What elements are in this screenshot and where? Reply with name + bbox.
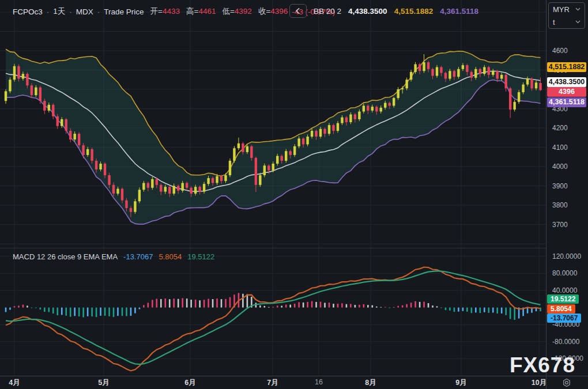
x-axis-label: 6月 (184, 378, 195, 388)
trading-chart-app: FCPOc3 · 1天 · MDX · Trade Price 开=4433 高… (0, 0, 588, 389)
chart-canvas[interactable] (0, 0, 546, 376)
x-axis-label: 9月 (455, 378, 466, 388)
price-axis-tick: 4100 (552, 143, 568, 152)
low-value: 4392 (235, 7, 252, 16)
separator-dot: · (47, 7, 50, 16)
axis-border-horizontal (0, 376, 588, 376)
settings-gear-icon[interactable] (561, 377, 572, 388)
price-axis-tick: 4600 (552, 47, 568, 55)
chart-area[interactable] (0, 0, 546, 376)
macd-hist-badge: -13.7067 (547, 314, 581, 323)
currency-value: MYR (553, 5, 570, 14)
open-value: 4433 (163, 7, 180, 16)
time-scale[interactable]: 4月5月6月7月168月9月10月 (0, 376, 588, 389)
back-button[interactable] (289, 4, 307, 18)
x-axis-label: 5月 (98, 378, 109, 388)
separator-dot: · (69, 7, 72, 16)
bb-legend-bar: BB 20 2 4,438.3500 4,515.1882 4,361.5118 (289, 4, 478, 18)
x-axis-label: 4月 (9, 378, 20, 388)
open-label: 开=4433 (150, 6, 180, 17)
x-axis-label: 10月 (532, 378, 546, 388)
macd-signal-badge: 19.5122 (547, 294, 579, 304)
chevron-down-icon (575, 20, 581, 24)
price-type-label: Trade Price (104, 7, 144, 16)
x-axis-label: 16 (315, 378, 323, 386)
last-price-badge: 4396 (547, 87, 586, 97)
price-axis-tick: 3900 (552, 182, 568, 190)
macd-axis-tick: 120.0000 (552, 252, 581, 260)
macd-hist-value: -13.7067 (123, 252, 153, 261)
high-value: 4461 (198, 7, 216, 16)
chevron-left-icon (294, 7, 302, 15)
macd-legend-bar: MACD 12 26 close 9 EMA EMA -13.7067 5.80… (13, 252, 214, 261)
bb-indicator-title[interactable]: BB 20 2 (314, 7, 341, 16)
symbol-legend-bar: FCPOc3 · 1天 · MDX · Trade Price 开=4433 高… (13, 5, 335, 18)
macd-indicator-title[interactable]: MACD 12 26 close 9 EMA EMA (13, 252, 118, 261)
bb-lower-value: 4,361.5118 (440, 7, 478, 16)
macd-signal-value: 19.5122 (187, 252, 214, 261)
scale-unit-box: MYR t (548, 2, 585, 29)
bb-upper-value: 4,515.1882 (394, 7, 434, 16)
macd-line-value: 5.8054 (159, 252, 182, 261)
bb-basis-value: 4,438.3500 (348, 7, 387, 16)
macd-axis-tick: 40.0000 (552, 286, 577, 294)
price-axis-tick: 3800 (552, 201, 568, 209)
currency-dropdown[interactable]: MYR (549, 3, 585, 16)
unit-value: t (553, 18, 555, 27)
fx678-watermark: FX678 (510, 353, 575, 377)
x-axis-label: 7月 (267, 378, 278, 388)
symbol-name[interactable]: FCPOc3 (13, 7, 43, 16)
x-axis-label: 8月 (365, 378, 376, 388)
interval-label[interactable]: 1天 (53, 6, 65, 17)
price-axis-tick: 4200 (552, 124, 568, 132)
separator-dot: · (97, 7, 100, 16)
price-axis-tick: 3700 (552, 221, 568, 229)
exchange-label: MDX (76, 7, 93, 16)
unit-dropdown[interactable]: t (549, 16, 585, 28)
macd-line-badge: 5.8054 (547, 304, 575, 314)
low-label: 低=4392 (222, 6, 251, 17)
bb-upper-badge: 4,515.1882 (547, 62, 586, 72)
price-scale[interactable]: MYR t 4600450044004300420041004000390038… (546, 0, 588, 376)
close-label: 收=4396 (258, 6, 288, 17)
axis-border-vertical (546, 0, 546, 389)
price-axis-tick: 4000 (552, 163, 568, 171)
macd-axis-tick: -80.0000 (552, 338, 579, 346)
high-label: 高=4461 (186, 6, 216, 17)
bb-lower-badge: 4,361.5118 (547, 97, 586, 107)
chevron-down-icon (575, 7, 581, 11)
close-value: 4396 (270, 7, 288, 16)
bb-basis-badge: 4,438.3500 (547, 77, 586, 87)
pane-divider[interactable] (0, 248, 588, 248)
macd-axis-tick: 80.0000 (552, 269, 577, 277)
